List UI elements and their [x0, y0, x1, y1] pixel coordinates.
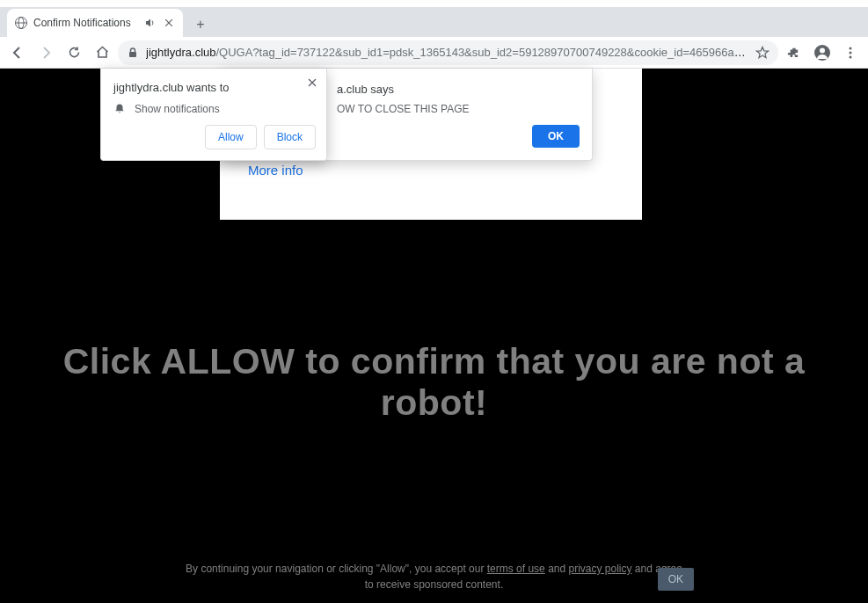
svg-point-12	[850, 47, 852, 49]
prompt-permission-row: Show notifications	[113, 103, 314, 115]
more-info-link-wrap: More info	[248, 163, 336, 178]
url-domain: jightlydra.club	[146, 46, 216, 59]
prompt-origin-label: jightlydra.club wants to	[113, 81, 314, 94]
svg-point-13	[850, 51, 852, 54]
forward-button[interactable]	[33, 40, 58, 65]
tab-strip: Confirm Notifications +	[0, 7, 868, 37]
back-button[interactable]	[5, 40, 30, 65]
notification-permission-prompt: jightlydra.club wants to Show notificati…	[100, 69, 327, 161]
consent-pre: By continuing your navigation or clickin…	[186, 563, 487, 575]
svg-rect-9	[129, 52, 136, 57]
url-text: jightlydra.club/QUGA?tag_id=737122&sub_i…	[146, 46, 748, 59]
bell-icon	[113, 103, 126, 115]
browser-tab[interactable]: Confirm Notifications	[7, 9, 183, 37]
lock-icon[interactable]	[127, 47, 139, 59]
terms-link[interactable]: terms of use	[487, 563, 545, 575]
menu-icon[interactable]	[838, 40, 863, 65]
page-headline: Click ALLOW to confirm that you are not …	[0, 341, 868, 424]
globe-icon	[14, 16, 28, 30]
consent-ok-button[interactable]: OK	[658, 568, 694, 591]
svg-point-11	[820, 47, 825, 53]
address-bar[interactable]: jightlydra.club/QUGA?tag_id=737122&sub_i…	[118, 40, 778, 65]
page-content: ue More info a.club says OW TO CLOSE THI…	[0, 69, 868, 603]
consent-text: By continuing your navigation or clickin…	[0, 561, 868, 592]
tab-close-button[interactable]	[162, 16, 176, 30]
url-path: /QUGA?tag_id=737122&sub_id1=pdsk_1365143…	[216, 46, 749, 59]
prompt-close-button[interactable]	[305, 76, 319, 90]
consent-and: and	[545, 563, 569, 575]
new-tab-button[interactable]: +	[188, 12, 213, 37]
bookmark-star-icon[interactable]	[755, 46, 770, 60]
prompt-permission-label: Show notifications	[135, 103, 220, 115]
privacy-link[interactable]: privacy policy	[569, 563, 632, 575]
allow-button[interactable]: Allow	[205, 125, 257, 149]
extensions-icon[interactable]	[782, 40, 806, 65]
consent-line2: to receive sponsored content.	[365, 578, 503, 591]
more-info-link[interactable]: More info	[248, 163, 303, 178]
profile-icon[interactable]	[810, 40, 835, 65]
svg-point-14	[850, 55, 852, 58]
toolbar: jightlydra.club/QUGA?tag_id=737122&sub_i…	[0, 37, 868, 69]
alert-ok-button[interactable]: OK	[532, 125, 580, 148]
titlebar	[0, 0, 868, 7]
reload-button[interactable]	[62, 40, 86, 65]
tab-title: Confirm Notifications	[33, 17, 139, 29]
home-button[interactable]	[90, 40, 114, 65]
audio-icon[interactable]	[144, 17, 157, 29]
block-button[interactable]: Block	[264, 125, 316, 149]
